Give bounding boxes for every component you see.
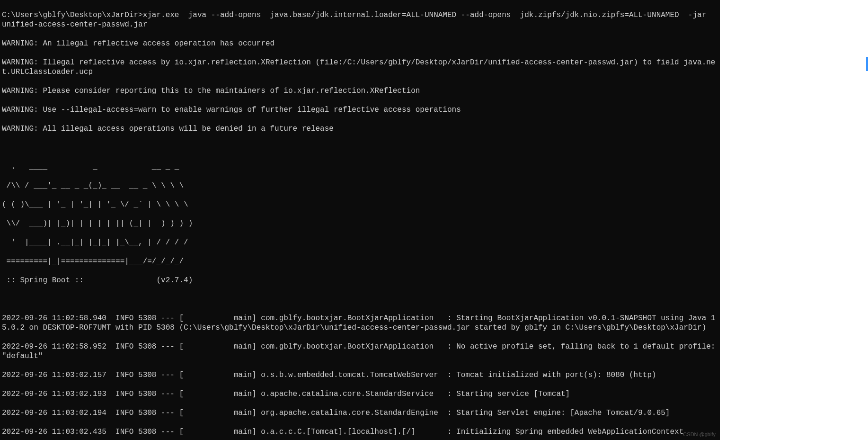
- spring-banner-line: ( ( )\___ | '_ | '_| | '_ \/ _` | \ \ \ …: [2, 200, 718, 209]
- terminal-output[interactable]: C:\Users\gblfy\Desktop\xJarDir>xjar.exe …: [0, 0, 720, 440]
- watermark-text: CSDN @gblfy: [683, 431, 716, 438]
- spring-banner-line: =========|_|==============|___/=/_/_/_/: [2, 257, 718, 266]
- spring-banner-line: /\\ / ___'_ __ _ _(_)_ __ __ _ \ \ \ \: [2, 181, 718, 190]
- spring-banner-line: \\/ ___)| |_)| | | | | || (_| | ) ) ) ): [2, 219, 718, 228]
- log-line: 2022-09-26 11:02:58.952 INFO 5308 --- [ …: [2, 342, 718, 361]
- right-panel-gap: [720, 0, 868, 440]
- spring-banner-line: :: Spring Boot :: (v2.7.4): [2, 276, 718, 285]
- warning-line: WARNING: Illegal reflective access by io…: [2, 58, 718, 77]
- warning-line: WARNING: Use --illegal-access=warn to en…: [2, 105, 718, 115]
- spring-banner-line: ' |____| .__|_| |_|_| |_\__, | / / / /: [2, 238, 718, 247]
- blank-line: [2, 143, 718, 153]
- warning-line: WARNING: Please consider reporting this …: [2, 86, 718, 96]
- blank-line: [2, 295, 718, 304]
- log-line: 2022-09-26 11:03:02.157 INFO 5308 --- [ …: [2, 370, 718, 380]
- log-line: 2022-09-26 11:02:58.940 INFO 5308 --- [ …: [2, 314, 718, 332]
- right-blue-indicator: [866, 57, 868, 71]
- warning-line: WARNING: All illegal access operations w…: [2, 124, 718, 134]
- log-line: 2022-09-26 11:03:02.194 INFO 5308 --- [ …: [2, 408, 718, 418]
- log-line: 2022-09-26 11:03:02.193 INFO 5308 --- [ …: [2, 389, 718, 399]
- spring-banner-line: . ____ _ __ _ _: [2, 162, 718, 171]
- command-line: C:\Users\gblfy\Desktop\xJarDir>xjar.exe …: [2, 10, 718, 29]
- prompt-path: C:\Users\gblfy\Desktop\xJarDir>: [2, 11, 143, 19]
- warning-line: WARNING: An illegal reflective access op…: [2, 39, 718, 48]
- log-line: 2022-09-26 11:03:02.435 INFO 5308 --- [ …: [2, 427, 718, 437]
